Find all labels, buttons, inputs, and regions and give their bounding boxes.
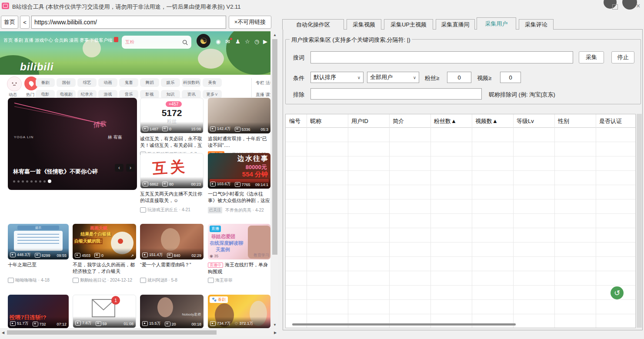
category-pill[interactable]: 鬼畜 (119, 78, 138, 87)
url-input[interactable] (31, 16, 226, 29)
creation-icon[interactable]: ▶ (263, 38, 267, 45)
category-pill[interactable]: 电影 (36, 90, 55, 99)
scroll-left-icon[interactable]: ◀ (0, 329, 6, 336)
fans-min-input[interactable] (447, 72, 471, 83)
live-thumbnail[interactable]: 直播 菲姐恋爱团 在线深度解读聊 天案例 ◉ 35 教育学习 (208, 224, 270, 259)
col-header-sort[interactable]: 视频数▲ (475, 117, 498, 125)
back-button[interactable]: < (20, 16, 30, 29)
side-links-row2[interactable]: 直播 课堂 新歌热榜 (256, 92, 270, 98)
category-pill[interactable]: 美食 (203, 78, 222, 87)
video-title[interactable]: 不是，我学这么久的画画，都经济独立了，才白银天赋？？？？ (73, 262, 136, 275)
category-pill[interactable]: 娱乐 (161, 78, 180, 87)
category-pill[interactable]: 知识 (161, 90, 180, 99)
video-title[interactable]: 十年之期已至 (8, 262, 69, 269)
tab-collect-user[interactable]: 采集用户 (477, 17, 516, 30)
video-thumbnail[interactable]: Nobody老师 15.5万 20 00:18 (140, 295, 204, 328)
video-thumbnail[interactable]: 142.4万 5336 05:3 (208, 98, 270, 133)
category-pill[interactable]: 影视 (140, 90, 159, 99)
dynamics-face-icon[interactable] (7, 76, 22, 91)
link-status-button[interactable]: ×不可用链接 (229, 16, 271, 29)
table-vscrollbar[interactable] (637, 114, 642, 328)
category-pill[interactable]: 游戏 (98, 90, 117, 99)
bilibili-logo[interactable]: bilibili (20, 61, 53, 73)
category-pill[interactable]: 舞蹈 (140, 78, 159, 87)
videos-min-input[interactable] (500, 72, 521, 83)
category-pill[interactable]: 科技数码 (182, 78, 201, 87)
tab-automation[interactable]: 自动化操作区 (282, 19, 344, 30)
uploader-line[interactable]: 鹅鹅绘画日记 · 2024-12-12 (73, 277, 136, 283)
live-title[interactable]: 直播中海王在线打野，单身狗围观 (208, 262, 270, 275)
video-title[interactable]: 诚信互关，有关必回，永不取关！诚信互关，有关必回，互粉… (140, 136, 204, 149)
user-result-table[interactable]: 编号 昵称 用户ID 简介 粉丝数▲ 视频数▲ 等级Lv 性别 是否认证 (285, 114, 636, 328)
hscroll-thumb[interactable] (7, 330, 217, 335)
col-header[interactable]: 编号 (289, 117, 300, 125)
col-header[interactable]: 等级Lv (517, 117, 534, 125)
sort-select[interactable]: 默认排序∨ (310, 72, 364, 83)
search-input[interactable] (310, 51, 573, 63)
video-thumbnail[interactable]: 画画天赋 结果是个白银镜 白银天赋的我: 4503 0 ↗ (73, 224, 136, 259)
col-header[interactable]: 是否认证 (599, 117, 622, 125)
col-header[interactable]: 用户ID (351, 117, 368, 125)
category-pill[interactable]: 综艺 (77, 78, 97, 87)
video-thumbnail[interactable]: 投喂7日连斩!? 51.7万 732 07:12 (8, 295, 69, 328)
video-thumbnail[interactable]: 1 7.8万 59 01:08 (73, 295, 136, 328)
uploader-line[interactable]: 呦呦噜噜哒 · 4-18 (8, 277, 69, 283)
video-thumbnail[interactable]: +457 5172 粉丝 1487 0 15:08 (140, 98, 204, 133)
tab-collect-video[interactable]: 采集视频 (347, 19, 381, 30)
category-pill[interactable]: 音乐 (119, 90, 138, 99)
dynamics-label[interactable]: 动态 (9, 92, 17, 98)
search-icon[interactable] (182, 40, 188, 45)
col-header-sort[interactable]: 粉丝数▲ (434, 117, 457, 125)
video-thumbnail[interactable]: 151.4万 840 02:29 (140, 224, 204, 259)
hero-carousel[interactable]: 情歌 YOGA LIN 林 宥嘉 林宥嘉一首《怪情歌》不要你心碎 ‹ › (8, 98, 137, 190)
favorites-icon[interactable]: ☆ (245, 38, 250, 45)
category-pill[interactable]: 纪录片 (77, 90, 97, 99)
video-title[interactable]: “爱一个人需要理由吗？” (140, 262, 204, 269)
video-thumbnail[interactable]: 互关 6862 80 00:23 (140, 153, 204, 189)
browser-vscrollbar[interactable]: ▲ ▼ (271, 31, 278, 328)
table-hscroll-thumb[interactable] (292, 323, 516, 326)
video-title[interactable]: 互关互关两天内主播不关注你的话直接取关，☺ (140, 191, 204, 204)
video-title[interactable]: 追我时通宵双排，十年后“已读不回”…. (208, 136, 270, 149)
col-header[interactable]: 简介 (393, 117, 404, 125)
vscroll-thumb[interactable] (272, 39, 277, 255)
history-icon[interactable]: ◷ (254, 38, 259, 45)
category-pill[interactable]: 番剧 (36, 78, 55, 87)
uploader-line[interactable]: 海王菲菲 (208, 277, 270, 283)
user-type-select[interactable]: 全部用户∨ (367, 72, 419, 83)
banner-search-box[interactable]: 互粉 (122, 36, 191, 49)
scroll-down-icon[interactable]: ▼ (271, 321, 278, 328)
uploader-line[interactable]: 已关注不养鱼的亮亮 · 4-22 (208, 207, 270, 213)
video-thumbnail[interactable]: 边水往事 80000元 554 分钟 103.6万 7765 09:14:1 (208, 153, 270, 189)
hot-label[interactable]: 热门 (26, 92, 34, 98)
vip-icon[interactable]: ◉ (216, 38, 220, 45)
hero-dots[interactable] (13, 179, 51, 183)
exclude-input[interactable] (310, 88, 482, 100)
col-header[interactable]: 昵称 (310, 117, 321, 125)
tab-collect-live[interactable]: 采集直播间 (436, 19, 475, 30)
dynamics-icon[interactable]: ♟ (235, 38, 240, 45)
stop-button[interactable]: 停止 (611, 51, 634, 63)
close-button[interactable]: × (636, 2, 640, 10)
tab-collect-up-video[interactable]: 采集UP主视频 (384, 19, 433, 30)
category-pill[interactable]: 更多∨ (203, 90, 222, 99)
scroll-up-icon[interactable]: ▲ (271, 31, 278, 38)
category-pill[interactable]: 资讯 (182, 90, 201, 99)
scroll-right-icon[interactable]: ▶ (272, 329, 278, 336)
hero-title[interactable]: 林宥嘉一首《怪情歌》不要你心碎 (13, 168, 98, 176)
home-button[interactable]: 首页 (1, 16, 18, 29)
category-pill[interactable]: 动画 (98, 78, 117, 87)
banner-search-value[interactable]: 互粉 (125, 39, 182, 45)
tab-collect-comment[interactable]: 采集评论 (519, 19, 554, 30)
collect-button[interactable]: 采集 (579, 51, 604, 63)
uploader-line[interactable]: 就叫阿远8 · 5-8 (140, 277, 204, 283)
banner-nav-links[interactable]: 首页 番剧 直播 游戏中心 会员购 漫画 赛事 (3, 37, 89, 43)
category-pill[interactable]: 国创 (57, 78, 76, 87)
video-thumbnail[interactable]: 提示 448.3万 8299 09:55 (8, 224, 69, 259)
hero-prev-button[interactable]: ‹ (115, 164, 123, 172)
uploader-line[interactable]: 玩游戏王的丘丘 · 4-21 (140, 207, 204, 213)
refresh-button[interactable]: ↺ (611, 286, 624, 299)
video-thumbnail[interactable]: 🐾 番剧 734.7万 ♡372.1万 (208, 295, 270, 328)
hero-next-button[interactable]: › (126, 164, 135, 172)
category-pill[interactable]: 电视剧 (57, 90, 76, 99)
